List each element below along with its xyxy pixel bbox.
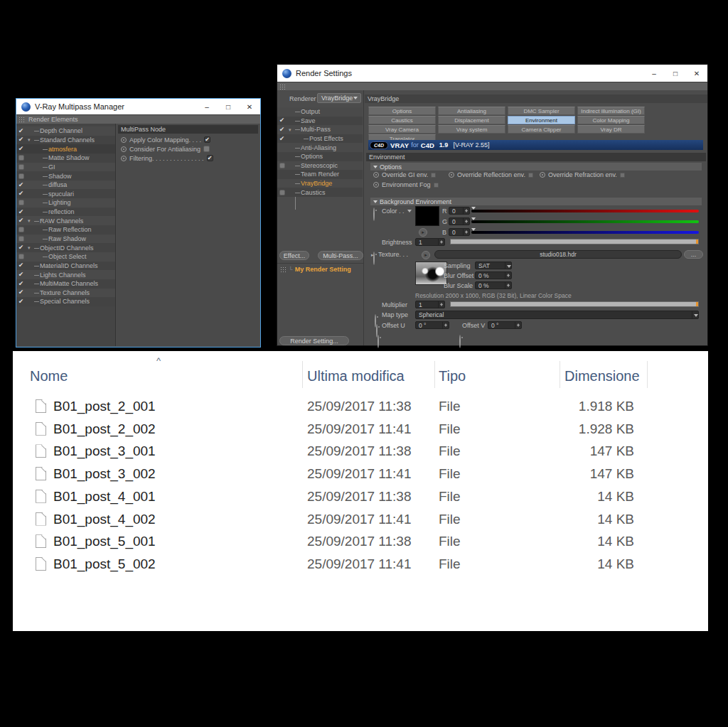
checkbox-checked-icon[interactable]: ✔ xyxy=(277,117,287,126)
browse-button[interactable]: ... xyxy=(684,250,703,259)
column-header-nome[interactable]: Nome xyxy=(30,368,68,384)
render-settings-tree-row[interactable]: VrayBridge xyxy=(277,179,363,188)
animation-dot-icon[interactable] xyxy=(373,172,379,178)
checkbox-checked-icon[interactable]: ✔ xyxy=(16,144,26,154)
animation-dot-icon[interactable] xyxy=(121,137,127,143)
animation-dot-icon[interactable] xyxy=(373,182,379,188)
file-name[interactable]: B01_post_4_002 xyxy=(53,512,156,527)
column-separator[interactable] xyxy=(434,361,435,388)
multipass-tree-row[interactable]: ✔Texture Channels xyxy=(16,289,115,298)
effect-button[interactable]: Effect... xyxy=(279,251,309,260)
checkbox-empty[interactable] xyxy=(277,170,287,179)
blur-scale-input[interactable]: 0 % xyxy=(475,281,512,289)
render-settings-titlebar[interactable]: Render Settings – □ ✕ xyxy=(277,65,707,82)
file-row[interactable]: B01_post_5_00225/09/2017 11:41File14 KB xyxy=(13,554,708,576)
render-settings-tree-row[interactable]: Output xyxy=(277,107,363,117)
render-settings-tree-row[interactable]: Team Render xyxy=(277,170,363,179)
expand-arrow-icon[interactable]: ▾ xyxy=(28,137,31,142)
checkbox-checked-icon[interactable]: ✔ xyxy=(16,270,26,279)
map-type-dropdown[interactable]: Spherical xyxy=(415,311,699,319)
options-subheader[interactable]: Options xyxy=(370,163,702,171)
multipass-tree-row[interactable]: ✔Special Channels xyxy=(16,297,115,306)
checkbox-unchecked-icon[interactable] xyxy=(277,188,287,197)
close-button[interactable]: ✕ xyxy=(239,99,260,114)
blur-offset-input[interactable]: 0 % xyxy=(475,271,512,279)
node-option-row[interactable]: Apply Color Mapping. . . .✔ xyxy=(117,135,259,144)
tab-displacement[interactable]: Displacement xyxy=(438,116,505,124)
override-gi-option[interactable]: Override GI env. xyxy=(373,171,436,178)
menu-render-elements[interactable]: Render Elements xyxy=(28,116,78,123)
texture-filename-field[interactable]: studio018.hdr xyxy=(434,250,682,259)
tab-options[interactable]: Options xyxy=(368,107,436,115)
grip-handle-icon[interactable] xyxy=(18,117,25,122)
renderer-dropdown[interactable]: VrayBridge xyxy=(317,93,361,103)
file-name[interactable]: B01_post_5_002 xyxy=(53,556,156,572)
checkbox-checked-icon[interactable]: ✔ xyxy=(16,181,26,190)
multipass-tree-row[interactable]: ✔▾Standard Channels xyxy=(16,136,115,145)
sampling-dropdown[interactable]: SAT xyxy=(475,262,512,269)
expand-color-button[interactable]: ▸ xyxy=(419,228,427,237)
animation-dot-icon[interactable] xyxy=(449,172,454,178)
brightness-input[interactable]: 1 xyxy=(415,238,445,246)
multipass-tree-row[interactable]: ✔MaterialID Channels xyxy=(16,262,115,271)
column-header-ultima-modifica[interactable]: Ultima modifica xyxy=(307,368,405,384)
multipass-tree-row[interactable]: ✔diffusa xyxy=(16,181,115,190)
tab-environment[interactable]: Environment xyxy=(508,116,575,124)
maximize-button[interactable]: □ xyxy=(665,65,686,82)
tab-vray-camera[interactable]: Vray Camera xyxy=(368,125,436,134)
checkbox-checked-icon[interactable]: ✔ xyxy=(16,279,26,289)
file-name[interactable]: B01_post_3_002 xyxy=(53,466,156,482)
channel-R-slider[interactable] xyxy=(471,210,699,212)
file-row[interactable]: B01_post_3_00225/09/2017 11:41File147 KB xyxy=(13,463,708,486)
file-name[interactable]: B01_post_2_002 xyxy=(53,421,156,437)
minimize-button[interactable]: – xyxy=(643,65,665,82)
multipass-tree-row[interactable]: Lighting xyxy=(16,198,115,208)
animation-dot-icon[interactable] xyxy=(540,172,545,178)
texture-expand-button[interactable]: ▸ xyxy=(422,251,430,259)
multipass-tree-row[interactable]: ✔reflection xyxy=(16,208,115,217)
brightness-slider[interactable] xyxy=(450,239,699,244)
tab-vray-system[interactable]: Vray system xyxy=(438,125,505,134)
multipass-tree-row[interactable]: ✔▾RAW Channels xyxy=(16,216,115,225)
color-swatch[interactable] xyxy=(415,206,439,226)
checkbox-unchecked-icon[interactable] xyxy=(16,154,26,163)
render-settings-tree-row[interactable]: Options xyxy=(277,152,363,161)
checkbox-empty[interactable] xyxy=(277,107,287,117)
checkbox-empty[interactable] xyxy=(277,152,287,161)
spinner-icon[interactable] xyxy=(463,218,469,225)
file-name[interactable]: B01_post_2_001 xyxy=(53,399,156,414)
render-settings-tree-row[interactable]: Stereoscopic xyxy=(277,161,363,171)
multipass-tree-row[interactable]: Object Select xyxy=(16,252,115,262)
tab-dmc-sampler[interactable]: DMC Sampler xyxy=(508,107,575,115)
spinner-icon[interactable] xyxy=(442,322,449,328)
render-settings-tree-row[interactable]: ✔▾Multi-Pass xyxy=(277,125,363,134)
render-settings-tree-row[interactable]: Anti-Aliasing xyxy=(277,143,363,152)
checkbox-empty[interactable] xyxy=(277,143,287,152)
render-settings-tree-row[interactable]: ✔Post Effects xyxy=(277,134,363,144)
my-render-setting-row[interactable]: └ My Render Setting xyxy=(280,266,351,273)
color-caret-icon[interactable] xyxy=(407,210,412,212)
file-name[interactable]: B01_post_4_001 xyxy=(53,489,156,505)
texture-thumbnail[interactable] xyxy=(415,262,447,285)
checkbox-unchecked-icon[interactable] xyxy=(16,252,26,262)
tab-vray-dr[interactable]: Vray DR xyxy=(577,125,645,134)
checkbox-unchecked-icon[interactable] xyxy=(16,225,26,235)
checkbox-checked-icon[interactable]: ✔ xyxy=(207,155,213,161)
checkbox-unchecked-icon[interactable] xyxy=(203,146,210,152)
minimize-button[interactable]: – xyxy=(196,99,218,114)
column-separator[interactable] xyxy=(647,361,648,388)
file-row[interactable]: B01_post_3_00125/09/2017 11:38File147 KB xyxy=(13,441,708,463)
multipass-tree-row[interactable]: Shadow xyxy=(16,171,115,181)
checkbox-checked-icon[interactable]: ✔ xyxy=(16,189,26,198)
spinner-icon[interactable] xyxy=(505,272,511,279)
spinner-icon[interactable] xyxy=(463,208,469,214)
file-row[interactable]: B01_post_4_00125/09/2017 11:38File14 KB xyxy=(13,486,708,509)
column-header-tipo[interactable]: Tipo xyxy=(439,368,466,384)
checkbox-unchecked-icon[interactable] xyxy=(528,173,533,178)
checkbox-checked-icon[interactable]: ✔ xyxy=(277,134,287,144)
channel-R-input[interactable]: 0 xyxy=(449,207,470,215)
expand-arrow-icon[interactable]: ▾ xyxy=(28,218,31,223)
file-row[interactable]: B01_post_5_00125/09/2017 11:38File14 KB xyxy=(13,531,708,554)
multipass-tree-row[interactable]: ✔Depth Channel xyxy=(16,126,115,136)
channel-G-input[interactable]: 0 xyxy=(449,217,470,225)
